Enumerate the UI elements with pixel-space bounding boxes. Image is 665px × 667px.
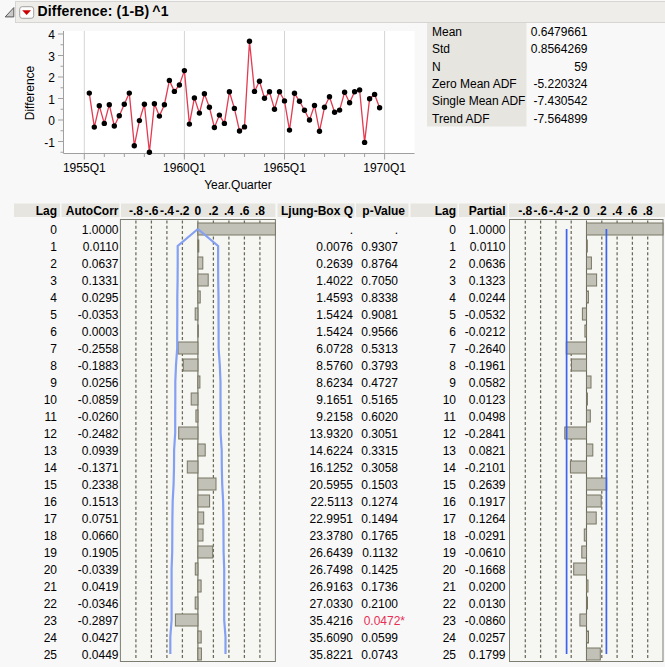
svg-text:0.8764: 0.8764 xyxy=(361,257,398,271)
svg-text:.: . xyxy=(395,223,398,237)
svg-text:0.2338: 0.2338 xyxy=(82,478,119,492)
svg-text:22: 22 xyxy=(44,597,58,611)
svg-text:6.0728: 6.0728 xyxy=(316,342,353,356)
svg-text:-0.2558: -0.2558 xyxy=(78,342,119,356)
svg-text:-0.2640: -0.2640 xyxy=(465,342,506,356)
svg-text:10: 10 xyxy=(443,393,457,407)
svg-text:0.0751: 0.0751 xyxy=(82,512,119,526)
svg-text:0.0599: 0.0599 xyxy=(361,631,398,645)
svg-text:-0.1668: -0.1668 xyxy=(465,563,506,577)
svg-text:0.0110: 0.0110 xyxy=(83,240,119,254)
svg-text:1: 1 xyxy=(48,93,55,107)
svg-text:.6: .6 xyxy=(627,204,637,218)
svg-text:0.0419: 0.0419 xyxy=(82,580,119,594)
svg-text:22.9951: 22.9951 xyxy=(310,512,354,526)
svg-text:4: 4 xyxy=(449,291,456,305)
svg-text:1.0000: 1.0000 xyxy=(469,223,506,237)
svg-text:0.1513: 0.1513 xyxy=(82,495,119,509)
svg-text:0.0003: 0.0003 xyxy=(82,325,119,339)
svg-text:1965Q1: 1965Q1 xyxy=(263,161,306,175)
svg-text:20.5955: 20.5955 xyxy=(310,478,354,492)
svg-text:-0.0212: -0.0212 xyxy=(465,325,506,339)
svg-text:.4: .4 xyxy=(612,204,622,218)
svg-text:3: 3 xyxy=(449,274,456,288)
svg-text:0.6020: 0.6020 xyxy=(361,410,398,424)
svg-text:7: 7 xyxy=(449,342,456,356)
svg-text:-0.0532: -0.0532 xyxy=(465,308,506,322)
svg-text:0.0257: 0.0257 xyxy=(469,631,506,645)
svg-text:8.6234: 8.6234 xyxy=(316,376,353,390)
svg-text:2: 2 xyxy=(50,257,57,271)
svg-text:0.4727: 0.4727 xyxy=(361,376,398,390)
svg-text:0.0449: 0.0449 xyxy=(82,648,119,662)
svg-text:15: 15 xyxy=(443,478,457,492)
svg-text:-0.0859: -0.0859 xyxy=(78,393,119,407)
svg-text:9: 9 xyxy=(449,376,456,390)
svg-text:4: 4 xyxy=(48,28,55,42)
svg-text:Difference: Difference xyxy=(23,65,37,120)
svg-text:0.1132: 0.1132 xyxy=(362,546,398,560)
svg-text:-7.430542: -7.430542 xyxy=(533,94,587,108)
svg-text:23.3780: 23.3780 xyxy=(310,529,354,543)
svg-text:0: 0 xyxy=(48,114,55,128)
svg-text:2: 2 xyxy=(449,257,456,271)
svg-text:-.4: -.4 xyxy=(549,204,563,218)
svg-text:25: 25 xyxy=(44,648,58,662)
svg-text:19: 19 xyxy=(44,546,58,560)
svg-text:0.1323: 0.1323 xyxy=(469,274,506,288)
svg-text:-0.2101: -0.2101 xyxy=(465,461,506,475)
svg-text:0.7050: 0.7050 xyxy=(361,274,398,288)
svg-text:0.9566: 0.9566 xyxy=(361,325,398,339)
svg-text:-0.0610: -0.0610 xyxy=(465,546,506,560)
svg-text:23: 23 xyxy=(44,614,58,628)
svg-text:21: 21 xyxy=(443,580,457,594)
svg-text:0: 0 xyxy=(583,204,590,218)
svg-text:26.6439: 26.6439 xyxy=(310,546,354,560)
svg-text:Mean: Mean xyxy=(432,25,462,39)
svg-text:11: 11 xyxy=(45,410,58,424)
svg-text:8: 8 xyxy=(50,359,57,373)
svg-text:-.2: -.2 xyxy=(564,204,578,218)
svg-text:Lag: Lag xyxy=(435,204,456,218)
svg-text:Std: Std xyxy=(432,42,450,56)
svg-text:0.5165: 0.5165 xyxy=(361,393,398,407)
svg-text:-0.1371: -0.1371 xyxy=(78,461,119,475)
svg-text:17: 17 xyxy=(443,512,457,526)
svg-text:Partial: Partial xyxy=(469,204,506,218)
svg-text:Single Mean ADF: Single Mean ADF xyxy=(432,94,525,108)
svg-text:1.4022: 1.4022 xyxy=(316,274,353,288)
svg-text:Year.Quarter: Year.Quarter xyxy=(204,178,272,192)
svg-text:-0.0260: -0.0260 xyxy=(78,410,119,424)
svg-text:25: 25 xyxy=(443,648,457,662)
svg-text:27.0330: 27.0330 xyxy=(310,597,354,611)
svg-text:0.0123: 0.0123 xyxy=(469,393,506,407)
svg-text:19: 19 xyxy=(443,546,457,560)
svg-text:4: 4 xyxy=(50,291,57,305)
svg-text:13.9320: 13.9320 xyxy=(310,427,354,441)
svg-text:Lag: Lag xyxy=(36,204,57,218)
svg-text:1.4593: 1.4593 xyxy=(316,291,353,305)
svg-text:5: 5 xyxy=(50,308,57,322)
svg-text:-0.0339: -0.0339 xyxy=(78,563,119,577)
svg-text:.8: .8 xyxy=(255,204,265,218)
svg-text:0.0200: 0.0200 xyxy=(469,580,506,594)
svg-text:0.8338: 0.8338 xyxy=(361,291,398,305)
svg-text:-.6: -.6 xyxy=(534,204,548,218)
svg-text:35.8221: 35.8221 xyxy=(310,648,354,662)
svg-text:AutoCorr: AutoCorr xyxy=(66,204,119,218)
svg-text:1970Q1: 1970Q1 xyxy=(363,161,406,175)
svg-text:3: 3 xyxy=(50,274,57,288)
svg-text:1.5424: 1.5424 xyxy=(316,325,353,339)
svg-text:0.0821: 0.0821 xyxy=(469,444,506,458)
svg-text:0.0636: 0.0636 xyxy=(469,257,506,271)
svg-text:9: 9 xyxy=(50,376,57,390)
svg-text:24: 24 xyxy=(443,631,457,645)
svg-text:.2: .2 xyxy=(208,204,218,218)
svg-text:0.9307: 0.9307 xyxy=(361,240,398,254)
svg-text:35.6090: 35.6090 xyxy=(310,631,354,645)
svg-text:Zero Mean ADF: Zero Mean ADF xyxy=(432,77,517,91)
svg-text:21: 21 xyxy=(44,580,58,594)
svg-text:-0.1883: -0.1883 xyxy=(78,359,119,373)
svg-text:23: 23 xyxy=(443,614,457,628)
svg-text:0.0472*: 0.0472* xyxy=(364,614,406,628)
